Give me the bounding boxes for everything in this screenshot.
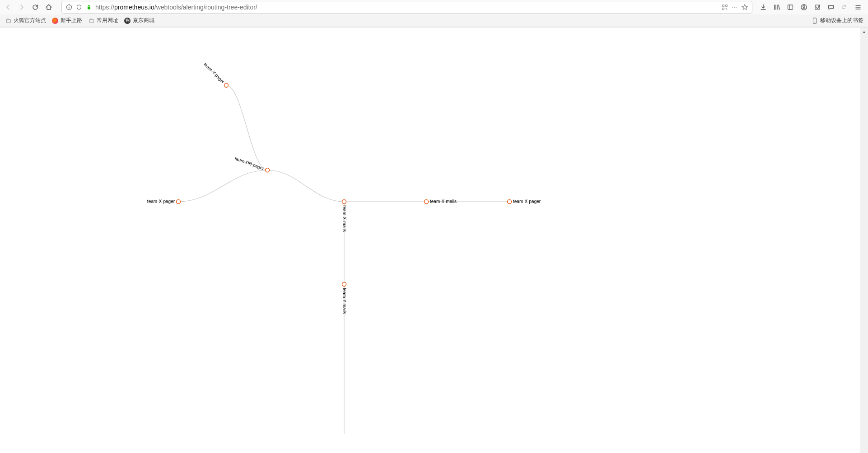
info-icon[interactable] [65,4,73,11]
svg-point-13 [224,83,229,88]
url-path: /webtools/alerting/routing-tree-editor/ [154,4,257,11]
url-domain: prometheus.io [114,4,154,11]
url-bar[interactable]: https://prometheus.io/webtools/alerting/… [61,1,752,14]
svg-point-11 [814,22,815,23]
folder-icon: 🗀 [88,17,95,24]
svg-rect-1 [88,7,90,9]
shield-icon[interactable] [75,4,83,11]
svg-rect-6 [727,9,728,10]
svg-point-12 [177,200,181,204]
reload-button[interactable] [29,1,42,14]
routing-tree-graph[interactable]: team-X-pagerteam-Y-pagerteam-DB-pagertea… [0,28,868,453]
node-label: team-Y-mails [342,288,347,314]
page-actions-icon[interactable]: ··· [731,4,738,11]
svg-point-18 [508,200,512,204]
mobile-bookmarks-label: 移动设备上的书签 [820,17,863,24]
svg-point-16 [342,282,346,287]
svg-rect-3 [726,5,728,7]
bookmark-label: 火狐官方站点 [14,17,46,24]
svg-point-14 [266,168,270,172]
mobile-bookmarks[interactable]: 移动设备上的书签 [808,15,866,26]
lock-icon[interactable] [85,4,93,11]
url-text: https://prometheus.io/webtools/alerting/… [95,4,719,11]
node-label: team-X-mails [342,205,347,232]
tree-edge [267,170,344,202]
tree-node[interactable]: team-X-pager [147,199,181,204]
tree-node[interactable]: team-X-pager [508,199,541,204]
extensions-button[interactable] [811,1,824,14]
bookmark-label: 常用网址 [97,17,118,24]
library-button[interactable] [770,1,783,14]
app-menu-button[interactable] [852,1,864,14]
sidebar-button[interactable] [784,1,797,14]
folder-icon: 🗀 [5,17,12,24]
node-label: team-X-mails [430,199,457,204]
qr-icon[interactable] [721,4,728,11]
scroll-up-icon[interactable]: ▴ [860,28,868,35]
bookmark-item[interactable]: 狗京东商城 [121,15,157,26]
account-button[interactable] [798,1,810,14]
tree-edge [178,170,267,202]
vertical-scrollbar[interactable]: ▴ [860,28,868,453]
svg-rect-2 [723,5,724,7]
svg-point-15 [342,200,346,204]
tree-node[interactable]: team-DB-pager [234,156,270,172]
back-button [2,1,14,14]
page-content: team-X-pagerteam-Y-pagerteam-DB-pagertea… [0,28,868,453]
svg-rect-7 [788,5,793,9]
forward-button [15,1,28,14]
bookmark-item[interactable]: 新手上路 [49,15,85,26]
svg-rect-4 [723,8,724,10]
node-label: team-X-pager [513,199,541,204]
jd-icon: 狗 [124,17,131,24]
node-label: team-X-pager [147,199,175,204]
firefox-icon [51,17,59,24]
nav-bar: https://prometheus.io/webtools/alerting/… [0,0,868,14]
chat-button[interactable] [825,1,837,14]
svg-point-17 [425,200,429,204]
toolbar-right [757,1,866,14]
home-button[interactable] [42,1,55,14]
browser-chrome: https://prometheus.io/webtools/alerting/… [0,0,868,28]
svg-point-9 [803,6,805,8]
bookmark-item[interactable]: 🗀火狐官方站点 [2,15,49,26]
node-label: team-DB-pager [234,156,266,171]
bookmark-label: 京东商城 [133,17,154,24]
svg-rect-5 [726,8,727,9]
bookmark-label: 新手上路 [61,17,82,24]
node-label: team-Y-pager [203,62,226,85]
tree-node[interactable]: team-Y-pager [203,62,228,88]
bookmark-item[interactable]: 🗀常用网址 [85,15,121,26]
downloads-button[interactable] [757,1,770,14]
undo-close-button [838,1,851,14]
mobile-icon [811,17,818,24]
bookmarks-bar: 🗀火狐官方站点新手上路🗀常用网址狗京东商城 移动设备上的书签 [0,14,868,27]
url-protocol: https:// [95,4,114,11]
bookmark-star-icon[interactable] [741,4,748,11]
tree-edge [226,85,267,170]
